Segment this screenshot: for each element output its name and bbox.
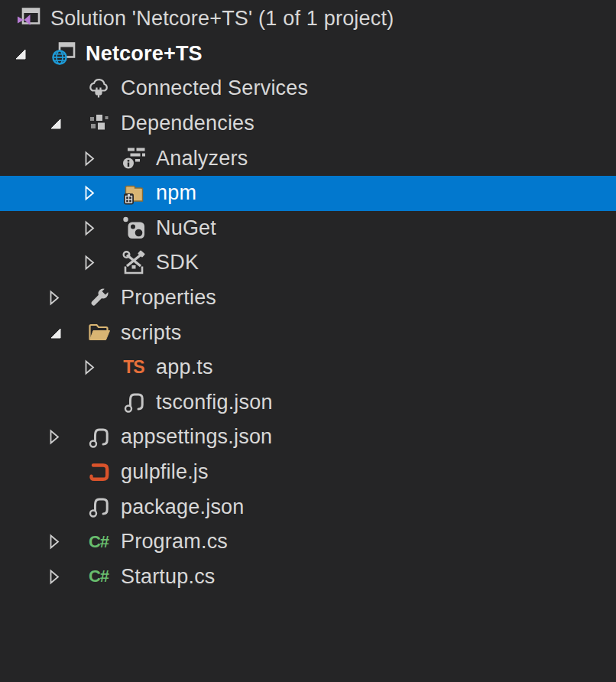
tree-item-label: Startup.cs bbox=[121, 565, 216, 589]
expand-arrow[interactable] bbox=[49, 534, 86, 550]
expand-arrow[interactable] bbox=[84, 150, 121, 167]
connected-services-icon bbox=[86, 76, 112, 102]
tree-item-label: Properties bbox=[121, 286, 216, 310]
tree-item-appsettings-json[interactable]: appsettings.json bbox=[0, 420, 616, 455]
tree-item-tsconfig-json[interactable]: tsconfig.json bbox=[0, 385, 616, 421]
tree-item-label: appsettings.json bbox=[121, 425, 272, 449]
tree-item-package-json[interactable]: package.json bbox=[0, 489, 616, 524]
solution-icon bbox=[15, 6, 41, 32]
tree-item-netcore-ts[interactable]: Netcore+TS bbox=[0, 37, 616, 72]
expand-arrow[interactable] bbox=[84, 219, 121, 236]
open-folder-icon bbox=[86, 320, 112, 346]
csharp-file-icon: C# bbox=[86, 563, 112, 589]
expand-arrow[interactable] bbox=[49, 429, 86, 446]
tree-item-label: Netcore+TS bbox=[86, 42, 203, 66]
tree-item-solution-netcore-ts-1-of-1-project[interactable]: Solution 'Netcore+TS' (1 of 1 project) bbox=[0, 2, 616, 37]
collapse-arrow[interactable] bbox=[49, 324, 86, 341]
tree-item-label: npm bbox=[156, 181, 196, 205]
tree-item-nuget[interactable]: NuGet bbox=[0, 211, 616, 246]
dependencies-icon bbox=[86, 111, 112, 137]
tree-item-gulpfile-js[interactable]: gulpfile.js bbox=[0, 455, 616, 490]
nuget-icon bbox=[121, 215, 147, 241]
solution-explorer-tree: Solution 'Netcore+TS' (1 of 1 project) N… bbox=[0, 0, 616, 594]
tree-item-app-ts[interactable]: TS app.ts bbox=[0, 350, 616, 385]
analyzers-icon bbox=[121, 145, 147, 171]
collapse-arrow[interactable] bbox=[14, 45, 50, 62]
tree-item-label: NuGet bbox=[156, 216, 216, 240]
json-file-icon bbox=[121, 389, 147, 415]
npm-folder-icon bbox=[121, 180, 147, 206]
expand-arrow[interactable] bbox=[84, 185, 121, 202]
tree-item-sdk[interactable]: SDK bbox=[0, 245, 616, 281]
expand-arrow[interactable] bbox=[84, 359, 121, 376]
properties-wrench-icon bbox=[86, 285, 112, 311]
tree-item-label: gulpfile.js bbox=[121, 460, 209, 484]
tree-item-label: tsconfig.json bbox=[156, 391, 273, 414]
js-file-icon bbox=[86, 460, 112, 486]
tree-item-label: Program.cs bbox=[121, 530, 228, 554]
csharp-file-icon: C# bbox=[86, 529, 112, 555]
json-file-icon bbox=[86, 424, 112, 450]
tree-item-scripts[interactable]: scripts bbox=[0, 315, 616, 350]
tree-item-label: Analyzers bbox=[156, 147, 248, 170]
collapse-arrow[interactable] bbox=[49, 115, 86, 132]
typescript-file-icon: TS bbox=[121, 355, 147, 381]
tree-item-program-cs[interactable]: C# Program.cs bbox=[0, 524, 616, 560]
tree-item-npm[interactable]: npm bbox=[0, 176, 616, 211]
tree-item-label: Dependencies bbox=[121, 112, 255, 135]
tree-item-label: SDK bbox=[156, 251, 199, 274]
expand-arrow[interactable] bbox=[49, 568, 86, 585]
tree-item-properties[interactable]: Properties bbox=[0, 281, 616, 316]
tree-item-label: package.json bbox=[121, 495, 245, 519]
tree-item-dependencies[interactable]: Dependencies bbox=[0, 106, 616, 141]
tree-item-label: Solution 'Netcore+TS' (1 of 1 project) bbox=[50, 7, 394, 31]
tree-item-label: scripts bbox=[121, 321, 181, 345]
sdk-icon bbox=[121, 250, 147, 276]
expand-arrow[interactable] bbox=[49, 290, 86, 307]
tree-item-label: app.ts bbox=[156, 356, 213, 379]
tree-item-startup-cs[interactable]: C# Startup.cs bbox=[0, 560, 616, 595]
web-project-icon bbox=[50, 41, 76, 67]
json-file-icon bbox=[86, 494, 112, 520]
tree-item-connected-services[interactable]: Connected Services bbox=[0, 71, 616, 106]
tree-item-analyzers[interactable]: Analyzers bbox=[0, 141, 616, 176]
expand-arrow[interactable] bbox=[84, 255, 121, 271]
tree-item-label: Connected Services bbox=[121, 76, 308, 100]
